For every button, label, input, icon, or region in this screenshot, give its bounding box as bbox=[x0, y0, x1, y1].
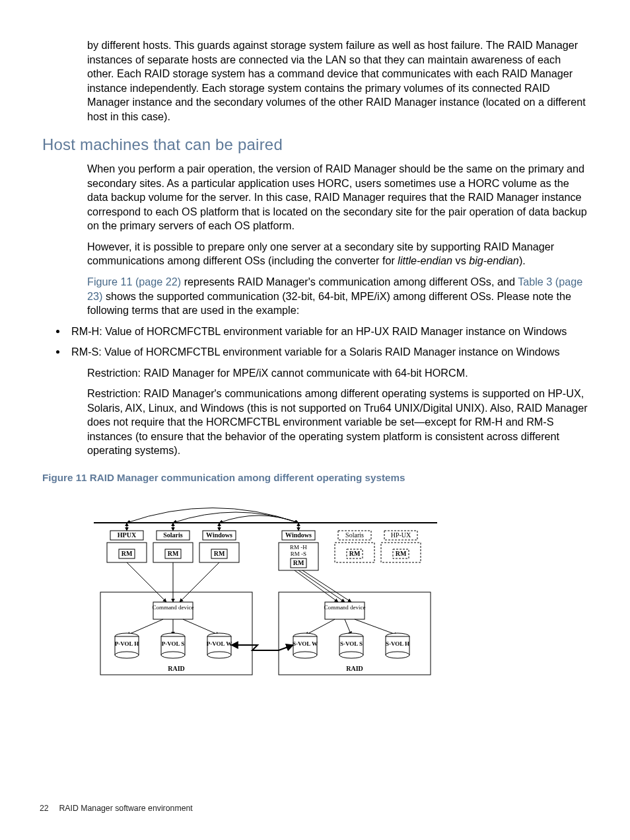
svol-w: S-VOL W bbox=[293, 633, 318, 658]
svg-line-65 bbox=[305, 619, 335, 635]
svg-text:RM: RM bbox=[122, 550, 133, 557]
svg-text:RM -H: RM -H bbox=[290, 544, 307, 551]
svg-text:RM: RM bbox=[293, 559, 304, 566]
svg-line-40 bbox=[295, 570, 338, 602]
svg-line-46 bbox=[127, 619, 163, 635]
svg-text:RM -S: RM -S bbox=[291, 551, 306, 557]
svg-line-66 bbox=[345, 619, 351, 635]
p2-vs: vs bbox=[452, 254, 469, 266]
svg-line-42 bbox=[302, 570, 351, 602]
p2-part-b: ). bbox=[519, 254, 526, 266]
svg-text:P-VOL W: P-VOL W bbox=[207, 640, 232, 647]
page-number: 22 bbox=[40, 803, 57, 814]
p2-big-endian: big-endian bbox=[469, 254, 519, 266]
svg-text:Solaris: Solaris bbox=[163, 531, 183, 539]
pvol-h: P-VOL H bbox=[115, 633, 139, 658]
intro-continuation: by different hosts. This guards against … bbox=[87, 38, 588, 124]
pvol-w: P-VOL W bbox=[207, 633, 232, 658]
raid-right: Command device S-VOL W S-VOL bbox=[279, 592, 431, 675]
svg-text:Windows: Windows bbox=[285, 531, 312, 539]
p3-mid1: represents RAID Manager's communication … bbox=[181, 276, 518, 287]
host-windows: Windows RM bbox=[199, 523, 239, 562]
svg-text:S-VOL W: S-VOL W bbox=[293, 640, 318, 647]
footer-title: RAID Manager software environment bbox=[59, 804, 192, 813]
svg-point-74 bbox=[339, 652, 363, 658]
svol-h: S-VOL H bbox=[386, 633, 409, 658]
p2-little-endian: little-endian bbox=[398, 254, 452, 266]
figure-11-diagram: HPUX RM Solaris RM Windows RM bbox=[87, 490, 588, 692]
svg-text:HPUX: HPUX bbox=[118, 531, 137, 539]
svg-point-70 bbox=[293, 652, 317, 658]
host-hpux-dashed: HP-UX RM bbox=[381, 531, 421, 562]
page-footer: 22 RAID Manager software environment bbox=[40, 803, 193, 814]
bullet-rm-s: RM-S: Value of HORCMFCTBL environment va… bbox=[67, 345, 588, 360]
svg-text:P-VOL H: P-VOL H bbox=[115, 640, 139, 647]
figure-caption: Figure 11 RAID Manager communication amo… bbox=[42, 471, 588, 484]
svg-text:RM: RM bbox=[396, 550, 407, 557]
svol-s: S-VOL S bbox=[339, 633, 363, 658]
host-solaris-dashed: Solaris RM bbox=[335, 531, 374, 562]
paragraph-2: However, it is possible to prepare only … bbox=[87, 240, 588, 268]
terms-list: RM-H: Value of HORCMFCTBL environment va… bbox=[42, 325, 588, 360]
svg-text:Windows: Windows bbox=[206, 531, 232, 539]
svg-line-39 bbox=[180, 562, 219, 602]
paragraph-1: When you perform a pair operation, the v… bbox=[87, 162, 588, 233]
svg-line-41 bbox=[298, 570, 345, 602]
p3-mid2: shows the supported communication (32-bi… bbox=[87, 290, 571, 317]
svg-text:RAID: RAID bbox=[346, 665, 363, 672]
svg-point-78 bbox=[386, 652, 409, 658]
svg-line-48 bbox=[183, 619, 219, 635]
svg-text:P-VOL S: P-VOL S bbox=[162, 640, 185, 647]
pvol-s: P-VOL S bbox=[161, 633, 185, 658]
svg-text:RAID: RAID bbox=[168, 665, 185, 672]
svg-point-55 bbox=[161, 652, 185, 658]
raid-left: Command device P-VOL H bbox=[100, 592, 252, 675]
svg-text:Command device: Command device bbox=[324, 604, 365, 611]
svg-text:S-VOL H: S-VOL H bbox=[386, 640, 409, 647]
svg-text:S-VOL S: S-VOL S bbox=[340, 640, 363, 647]
host-hpux: HPUX RM bbox=[107, 523, 147, 562]
svg-text:RM: RM bbox=[168, 550, 179, 557]
svg-text:HP-UX: HP-UX bbox=[391, 531, 411, 539]
host-solaris: Solaris RM bbox=[153, 523, 193, 562]
svg-text:Command device: Command device bbox=[152, 604, 193, 611]
svg-line-67 bbox=[355, 619, 398, 635]
restriction-2: Restriction: RAID Manager's communicatio… bbox=[87, 387, 588, 458]
svg-text:RM: RM bbox=[349, 550, 361, 557]
paragraph-3: Figure 11 (page 22) represents RAID Mana… bbox=[87, 275, 588, 318]
restriction-1: Restriction: RAID Manager for MPE/iX can… bbox=[87, 366, 588, 381]
svg-point-51 bbox=[115, 652, 139, 658]
svg-point-59 bbox=[207, 652, 231, 658]
svg-line-37 bbox=[127, 562, 166, 602]
section-heading: Host machines that can be paired bbox=[42, 134, 588, 155]
host-windows-center: Windows RM -H RM -S RM bbox=[279, 523, 318, 570]
link-figure-11[interactable]: Figure 11 (page 22) bbox=[87, 276, 181, 287]
bullet-rm-h: RM-H: Value of HORCMFCTBL environment va… bbox=[67, 325, 588, 339]
svg-text:Solaris: Solaris bbox=[345, 531, 364, 539]
svg-text:RM: RM bbox=[214, 550, 225, 557]
